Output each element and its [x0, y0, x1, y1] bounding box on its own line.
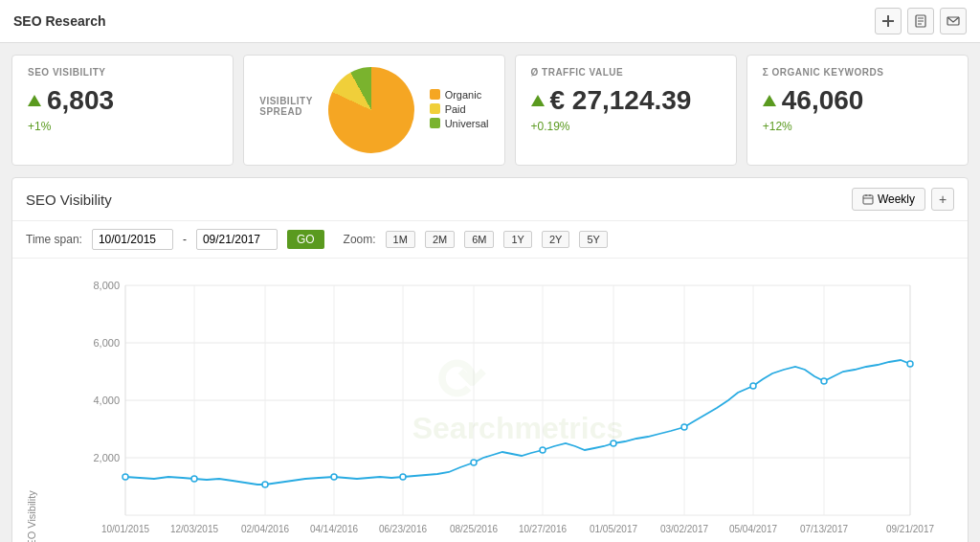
legend-organic: Organic	[430, 89, 489, 101]
time-span-label: Time span:	[26, 233, 82, 246]
paid-label: Paid	[445, 103, 466, 115]
app-header: SEO Research	[0, 0, 980, 43]
svg-rect-1	[882, 20, 894, 22]
svg-text:12/03/2015: 12/03/2015	[170, 524, 218, 534]
pdf-button[interactable]	[907, 8, 934, 34]
chart-title: SEO Visibility	[26, 192, 112, 208]
svg-text:09/21/2017: 09/21/2017	[886, 524, 934, 534]
universal-label: Universal	[445, 118, 489, 129]
mail-button[interactable]	[940, 8, 967, 34]
chart-with-yaxis: SEO Visibility 8,000 6,000 4,000	[20, 266, 954, 542]
svg-text:⟳: ⟳	[436, 349, 486, 413]
date-to-input[interactable]	[196, 229, 278, 250]
svg-text:Searchmetrics: Searchmetrics	[412, 411, 624, 445]
zoom-6m[interactable]: 6M	[464, 231, 494, 248]
date-from-input[interactable]	[92, 229, 173, 250]
calendar-icon	[862, 193, 874, 205]
dot	[681, 424, 687, 430]
traffic-value-arrow	[531, 95, 545, 106]
add-button[interactable]	[875, 8, 902, 34]
chart-area: SEO Visibility 8,000 6,000 4,000	[12, 259, 968, 542]
visibility-spread-label-wrapper: VISIBILITY SPREAD	[259, 96, 312, 124]
chart-plus-button[interactable]: +	[931, 188, 954, 211]
traffic-value-label: Ø TRAFFIC VALUE	[531, 67, 721, 78]
legend-paid: Paid	[430, 103, 489, 115]
pie-chart	[328, 67, 414, 153]
dot	[540, 447, 546, 453]
dot	[122, 474, 128, 480]
seo-visibility-arrow	[28, 95, 41, 106]
line-chart-svg: 8,000 6,000 4,000 2,000	[43, 266, 954, 542]
zoom-label: Zoom:	[344, 233, 376, 246]
dot	[400, 474, 406, 480]
svg-text:07/13/2017: 07/13/2017	[800, 524, 848, 534]
seo-visibility-label: SEO VISIBILITY	[28, 67, 217, 78]
dot	[611, 440, 616, 446]
chart-header-right: Weekly +	[852, 188, 954, 211]
dot	[821, 378, 827, 384]
svg-text:04/14/2016: 04/14/2016	[310, 524, 358, 534]
organic-dot	[430, 89, 440, 100]
dot	[907, 361, 913, 367]
organic-label: Organic	[445, 89, 482, 101]
seo-visibility-change: +1%	[28, 120, 217, 133]
dot	[262, 482, 268, 487]
dot	[191, 476, 197, 482]
svg-text:2,000: 2,000	[93, 452, 120, 463]
main-content: SEO VISIBILITY 6,803 +1% VISIBILITY SPRE…	[0, 43, 980, 542]
header-actions	[875, 8, 967, 34]
visibility-spread-card: VISIBILITY SPREAD	[243, 55, 504, 166]
zoom-1m[interactable]: 1M	[386, 231, 415, 248]
organic-keywords-card: Σ ORGANIC KEYWORDS 46,060 +12%	[746, 55, 969, 166]
svg-text:05/04/2017: 05/04/2017	[729, 524, 777, 534]
paid-dot	[430, 103, 440, 114]
seo-visibility-value: 6,803	[28, 85, 217, 116]
y-axis-title: SEO Visibility	[20, 266, 43, 542]
date-separator: -	[183, 233, 187, 246]
organic-keywords-value: 46,060	[763, 85, 952, 116]
weekly-label: Weekly	[878, 192, 915, 206]
universal-dot	[430, 118, 440, 128]
zoom-1y[interactable]: 1Y	[503, 231, 531, 248]
mail-icon	[947, 14, 960, 28]
seo-visibility-card: SEO VISIBILITY 6,803 +1%	[11, 55, 234, 166]
zoom-2y[interactable]: 2Y	[542, 231, 569, 248]
organic-keywords-change: +12%	[763, 120, 952, 133]
svg-text:02/04/2016: 02/04/2016	[241, 524, 289, 534]
weekly-button[interactable]: Weekly	[852, 188, 925, 211]
svg-rect-8	[863, 195, 873, 204]
traffic-value-card: Ø TRAFFIC VALUE € 27,124.39 +0.19%	[515, 55, 737, 166]
organic-keywords-arrow	[763, 95, 776, 106]
pie-legend: Organic Paid Universal	[430, 89, 489, 132]
svg-text:08/25/2016: 08/25/2016	[450, 524, 498, 534]
kpi-row: SEO VISIBILITY 6,803 +1% VISIBILITY SPRE…	[11, 55, 969, 166]
visibility-spread-label: VISIBILITY SPREAD	[259, 96, 312, 117]
zoom-5y[interactable]: 5Y	[579, 231, 607, 248]
go-button[interactable]: GO	[287, 230, 324, 249]
legend-universal: Universal	[430, 118, 489, 129]
svg-text:06/23/2016: 06/23/2016	[379, 524, 427, 534]
app-title: SEO Research	[13, 13, 106, 29]
plus-icon	[881, 14, 895, 28]
organic-keywords-label: Σ ORGANIC KEYWORDS	[763, 67, 952, 78]
svg-text:03/02/2017: 03/02/2017	[660, 524, 708, 534]
svg-text:01/05/2017: 01/05/2017	[590, 524, 637, 534]
pdf-icon	[914, 14, 927, 28]
svg-text:4,000: 4,000	[93, 395, 120, 406]
svg-text:8,000: 8,000	[93, 280, 120, 291]
chart-header: SEO Visibility Weekly +	[12, 178, 968, 221]
zoom-2m[interactable]: 2M	[425, 231, 455, 248]
dot	[471, 460, 477, 465]
chart-section: SEO Visibility Weekly + Time span: - GO …	[11, 177, 969, 542]
pie-conic	[328, 67, 414, 153]
dot	[750, 383, 756, 389]
chart-svg-container: 8,000 6,000 4,000 2,000	[43, 266, 954, 542]
svg-text:6,000: 6,000	[93, 337, 120, 349]
traffic-value-change: +0.19%	[531, 120, 721, 133]
traffic-value-value: € 27,124.39	[531, 85, 721, 116]
chart-controls: Time span: - GO Zoom: 1M 2M 6M 1Y 2Y 5Y	[12, 221, 968, 259]
dot	[331, 474, 337, 480]
svg-text:10/01/2015: 10/01/2015	[101, 524, 149, 534]
svg-text:10/27/2016: 10/27/2016	[519, 524, 567, 534]
